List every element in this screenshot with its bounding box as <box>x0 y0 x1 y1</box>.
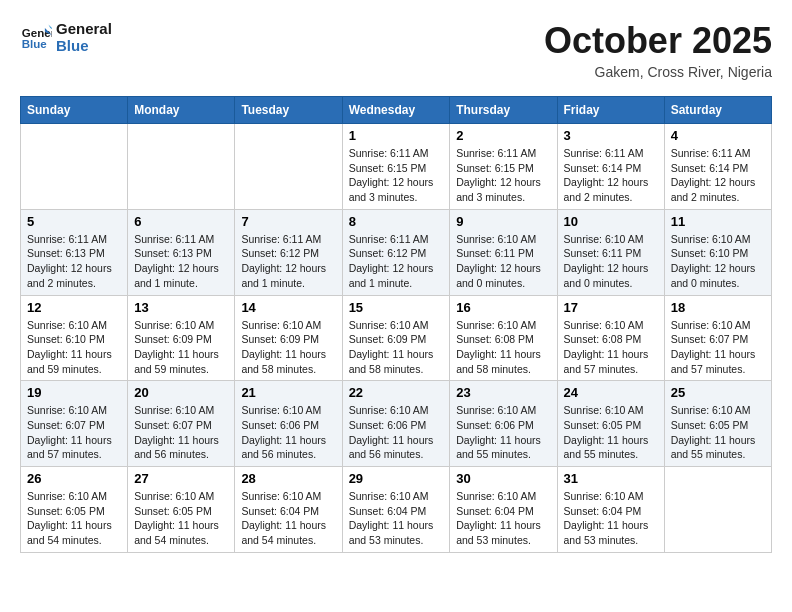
month-title: October 2025 <box>544 20 772 62</box>
calendar-week-row: 1Sunrise: 6:11 AM Sunset: 6:15 PM Daylig… <box>21 124 772 210</box>
day-number: 1 <box>349 128 444 143</box>
calendar-day-cell: 20Sunrise: 6:10 AM Sunset: 6:07 PM Dayli… <box>128 381 235 467</box>
calendar-day-cell: 3Sunrise: 6:11 AM Sunset: 6:14 PM Daylig… <box>557 124 664 210</box>
day-number: 10 <box>564 214 658 229</box>
calendar-day-cell: 19Sunrise: 6:10 AM Sunset: 6:07 PM Dayli… <box>21 381 128 467</box>
calendar-day-cell: 13Sunrise: 6:10 AM Sunset: 6:09 PM Dayli… <box>128 295 235 381</box>
day-number: 28 <box>241 471 335 486</box>
day-info: Sunrise: 6:10 AM Sunset: 6:10 PM Dayligh… <box>27 318 121 377</box>
day-number: 2 <box>456 128 550 143</box>
calendar-day-cell: 28Sunrise: 6:10 AM Sunset: 6:04 PM Dayli… <box>235 467 342 553</box>
page-header: General Blue General Blue October 2025 G… <box>20 20 772 80</box>
calendar-day-cell: 22Sunrise: 6:10 AM Sunset: 6:06 PM Dayli… <box>342 381 450 467</box>
day-info: Sunrise: 6:10 AM Sunset: 6:05 PM Dayligh… <box>671 403 765 462</box>
day-number: 7 <box>241 214 335 229</box>
day-number: 16 <box>456 300 550 315</box>
day-info: Sunrise: 6:11 AM Sunset: 6:12 PM Dayligh… <box>241 232 335 291</box>
calendar-day-cell: 25Sunrise: 6:10 AM Sunset: 6:05 PM Dayli… <box>664 381 771 467</box>
day-info: Sunrise: 6:10 AM Sunset: 6:04 PM Dayligh… <box>456 489 550 548</box>
day-number: 18 <box>671 300 765 315</box>
title-block: October 2025 Gakem, Cross River, Nigeria <box>544 20 772 80</box>
calendar-day-cell: 16Sunrise: 6:10 AM Sunset: 6:08 PM Dayli… <box>450 295 557 381</box>
calendar-day-cell: 21Sunrise: 6:10 AM Sunset: 6:06 PM Dayli… <box>235 381 342 467</box>
calendar-week-row: 26Sunrise: 6:10 AM Sunset: 6:05 PM Dayli… <box>21 467 772 553</box>
day-number: 22 <box>349 385 444 400</box>
day-number: 6 <box>134 214 228 229</box>
day-number: 15 <box>349 300 444 315</box>
day-number: 17 <box>564 300 658 315</box>
calendar-day-cell <box>21 124 128 210</box>
day-info: Sunrise: 6:11 AM Sunset: 6:14 PM Dayligh… <box>564 146 658 205</box>
calendar-day-cell <box>664 467 771 553</box>
weekday-header-saturday: Saturday <box>664 97 771 124</box>
day-info: Sunrise: 6:10 AM Sunset: 6:05 PM Dayligh… <box>134 489 228 548</box>
day-info: Sunrise: 6:10 AM Sunset: 6:11 PM Dayligh… <box>564 232 658 291</box>
calendar-day-cell: 30Sunrise: 6:10 AM Sunset: 6:04 PM Dayli… <box>450 467 557 553</box>
day-info: Sunrise: 6:11 AM Sunset: 6:12 PM Dayligh… <box>349 232 444 291</box>
calendar-day-cell: 15Sunrise: 6:10 AM Sunset: 6:09 PM Dayli… <box>342 295 450 381</box>
calendar-table: SundayMondayTuesdayWednesdayThursdayFrid… <box>20 96 772 553</box>
calendar-day-cell: 10Sunrise: 6:10 AM Sunset: 6:11 PM Dayli… <box>557 209 664 295</box>
calendar-day-cell: 31Sunrise: 6:10 AM Sunset: 6:04 PM Dayli… <box>557 467 664 553</box>
calendar-day-cell: 1Sunrise: 6:11 AM Sunset: 6:15 PM Daylig… <box>342 124 450 210</box>
calendar-day-cell: 4Sunrise: 6:11 AM Sunset: 6:14 PM Daylig… <box>664 124 771 210</box>
day-info: Sunrise: 6:10 AM Sunset: 6:05 PM Dayligh… <box>27 489 121 548</box>
day-info: Sunrise: 6:10 AM Sunset: 6:06 PM Dayligh… <box>349 403 444 462</box>
calendar-day-cell: 18Sunrise: 6:10 AM Sunset: 6:07 PM Dayli… <box>664 295 771 381</box>
calendar-day-cell: 17Sunrise: 6:10 AM Sunset: 6:08 PM Dayli… <box>557 295 664 381</box>
day-info: Sunrise: 6:10 AM Sunset: 6:08 PM Dayligh… <box>456 318 550 377</box>
calendar-week-row: 12Sunrise: 6:10 AM Sunset: 6:10 PM Dayli… <box>21 295 772 381</box>
calendar-day-cell: 2Sunrise: 6:11 AM Sunset: 6:15 PM Daylig… <box>450 124 557 210</box>
day-number: 27 <box>134 471 228 486</box>
day-info: Sunrise: 6:11 AM Sunset: 6:13 PM Dayligh… <box>134 232 228 291</box>
day-info: Sunrise: 6:11 AM Sunset: 6:13 PM Dayligh… <box>27 232 121 291</box>
calendar-day-cell: 7Sunrise: 6:11 AM Sunset: 6:12 PM Daylig… <box>235 209 342 295</box>
day-number: 24 <box>564 385 658 400</box>
calendar-day-cell <box>128 124 235 210</box>
calendar-day-cell: 14Sunrise: 6:10 AM Sunset: 6:09 PM Dayli… <box>235 295 342 381</box>
calendar-week-row: 19Sunrise: 6:10 AM Sunset: 6:07 PM Dayli… <box>21 381 772 467</box>
day-info: Sunrise: 6:10 AM Sunset: 6:07 PM Dayligh… <box>134 403 228 462</box>
day-number: 30 <box>456 471 550 486</box>
day-info: Sunrise: 6:10 AM Sunset: 6:11 PM Dayligh… <box>456 232 550 291</box>
day-number: 4 <box>671 128 765 143</box>
calendar-day-cell: 23Sunrise: 6:10 AM Sunset: 6:06 PM Dayli… <box>450 381 557 467</box>
calendar-day-cell: 29Sunrise: 6:10 AM Sunset: 6:04 PM Dayli… <box>342 467 450 553</box>
weekday-header-tuesday: Tuesday <box>235 97 342 124</box>
logo-text-general: General <box>56 20 112 37</box>
day-number: 12 <box>27 300 121 315</box>
calendar-day-cell: 24Sunrise: 6:10 AM Sunset: 6:05 PM Dayli… <box>557 381 664 467</box>
day-number: 3 <box>564 128 658 143</box>
weekday-header-thursday: Thursday <box>450 97 557 124</box>
day-info: Sunrise: 6:11 AM Sunset: 6:15 PM Dayligh… <box>456 146 550 205</box>
calendar-day-cell: 12Sunrise: 6:10 AM Sunset: 6:10 PM Dayli… <box>21 295 128 381</box>
svg-text:Blue: Blue <box>22 38 48 50</box>
day-number: 11 <box>671 214 765 229</box>
day-info: Sunrise: 6:10 AM Sunset: 6:04 PM Dayligh… <box>241 489 335 548</box>
day-number: 8 <box>349 214 444 229</box>
calendar-day-cell: 9Sunrise: 6:10 AM Sunset: 6:11 PM Daylig… <box>450 209 557 295</box>
logo: General Blue General Blue <box>20 20 112 55</box>
calendar-day-cell: 26Sunrise: 6:10 AM Sunset: 6:05 PM Dayli… <box>21 467 128 553</box>
day-number: 14 <box>241 300 335 315</box>
calendar-day-cell: 6Sunrise: 6:11 AM Sunset: 6:13 PM Daylig… <box>128 209 235 295</box>
day-number: 19 <box>27 385 121 400</box>
calendar-day-cell: 8Sunrise: 6:11 AM Sunset: 6:12 PM Daylig… <box>342 209 450 295</box>
logo-text-blue: Blue <box>56 37 112 54</box>
day-info: Sunrise: 6:10 AM Sunset: 6:06 PM Dayligh… <box>241 403 335 462</box>
day-info: Sunrise: 6:10 AM Sunset: 6:04 PM Dayligh… <box>349 489 444 548</box>
calendar-day-cell: 5Sunrise: 6:11 AM Sunset: 6:13 PM Daylig… <box>21 209 128 295</box>
day-info: Sunrise: 6:10 AM Sunset: 6:09 PM Dayligh… <box>349 318 444 377</box>
weekday-header-wednesday: Wednesday <box>342 97 450 124</box>
day-info: Sunrise: 6:10 AM Sunset: 6:07 PM Dayligh… <box>27 403 121 462</box>
day-number: 5 <box>27 214 121 229</box>
weekday-header-row: SundayMondayTuesdayWednesdayThursdayFrid… <box>21 97 772 124</box>
weekday-header-friday: Friday <box>557 97 664 124</box>
logo-icon: General Blue <box>20 21 52 53</box>
location-subtitle: Gakem, Cross River, Nigeria <box>544 64 772 80</box>
day-info: Sunrise: 6:10 AM Sunset: 6:09 PM Dayligh… <box>134 318 228 377</box>
day-info: Sunrise: 6:10 AM Sunset: 6:06 PM Dayligh… <box>456 403 550 462</box>
calendar-day-cell <box>235 124 342 210</box>
day-number: 20 <box>134 385 228 400</box>
day-info: Sunrise: 6:10 AM Sunset: 6:09 PM Dayligh… <box>241 318 335 377</box>
